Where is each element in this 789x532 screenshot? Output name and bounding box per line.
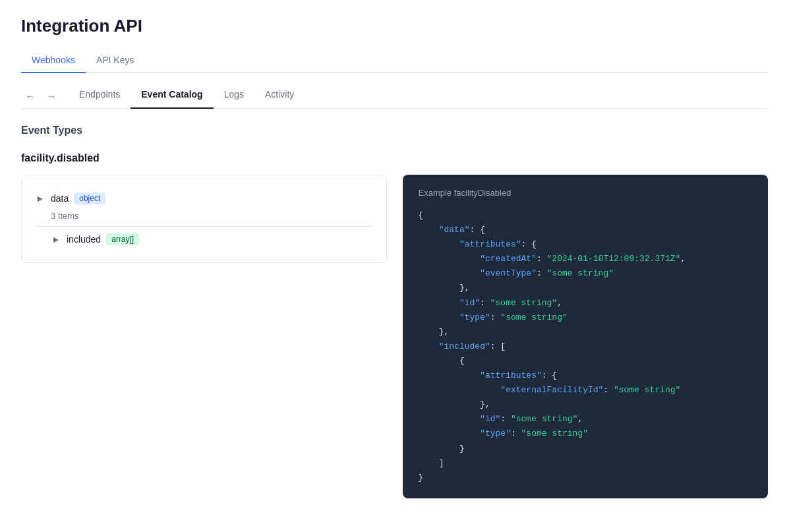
tab-webhooks[interactable]: Webhooks <box>21 49 86 73</box>
code-line-3: "createdAt": "2024-01-10T12:09:32.371Z", <box>419 252 753 266</box>
example-panel: Example facilityDisabled { "data": { "at… <box>403 175 769 498</box>
section-title: Event Types <box>21 125 768 136</box>
code-line-9: "included": [ <box>419 340 753 354</box>
tab-endpoints[interactable]: Endpoints <box>69 84 131 109</box>
code-line-18: } <box>419 471 753 485</box>
code-line-6: "id": "some string", <box>419 296 753 310</box>
items-count: 3 Items <box>35 208 373 227</box>
tab-activity[interactable]: Activity <box>254 84 305 109</box>
code-line-12: "externalFacilityId": "some string" <box>419 383 753 398</box>
event-type-title: facility.disabled <box>21 152 768 164</box>
code-line-4: "eventType": "some string" <box>419 266 753 281</box>
example-title: Example facilityDisabled <box>419 188 753 198</box>
code-line-11: "attributes": { <box>419 369 753 383</box>
code-line-7: "type": "some string" <box>419 310 753 325</box>
code-line-5: }, <box>419 281 753 295</box>
tab-event-catalog[interactable]: Event Catalog <box>131 84 213 109</box>
back-arrow[interactable]: ← <box>21 87 40 105</box>
included-field-badge: array[] <box>106 233 139 245</box>
code-line-13: }, <box>419 398 753 412</box>
included-field-name: included <box>67 234 101 245</box>
tab-logs[interactable]: Logs <box>214 84 254 109</box>
schema-panel: ► data object 3 Items ► included array[] <box>21 175 387 263</box>
code-line-16: } <box>419 442 753 456</box>
code-line-17: ] <box>419 456 753 471</box>
data-field-name: data <box>51 193 69 204</box>
forward-arrow[interactable]: → <box>42 87 61 105</box>
code-line-14: "id": "some string", <box>419 412 753 427</box>
code-line-0: { <box>419 208 753 223</box>
included-field-arrow[interactable]: ► <box>51 234 61 245</box>
sub-nav: ← → Endpoints Event Catalog Logs Activit… <box>21 73 768 109</box>
code-line-2: "attributes": { <box>419 237 753 252</box>
nav-arrows: ← → <box>21 87 61 105</box>
tab-api-keys[interactable]: API Keys <box>86 49 145 73</box>
data-field-badge: object <box>74 192 105 204</box>
content-grid: ► data object 3 Items ► included array[]… <box>21 175 768 498</box>
data-field-arrow[interactable]: ► <box>35 193 45 204</box>
code-block: { "data": { "attributes": { "createdAt":… <box>419 208 753 485</box>
sub-tabs: Endpoints Event Catalog Logs Activity <box>69 84 305 108</box>
data-field-row: ► data object <box>35 189 373 208</box>
code-line-10: { <box>419 354 753 369</box>
page-title: Integration API <box>21 16 768 36</box>
included-field-row: ► included array[] <box>35 229 373 249</box>
code-line-1: "data": { <box>419 223 753 237</box>
code-line-8: }, <box>419 325 753 340</box>
code-line-15: "type": "some string" <box>419 427 753 441</box>
top-tabs: Webhooks API Keys <box>21 49 768 73</box>
